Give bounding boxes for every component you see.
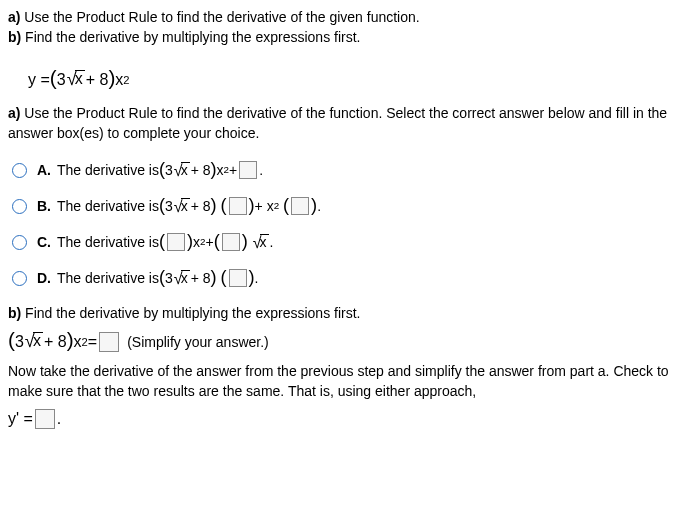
part-a-prompt: a) Use the Product Rule to find the deri… [8,104,687,143]
open-paren: ( [159,268,165,286]
choice-c: C. The derivative is ( ) x2 + ( ) √x . [12,229,687,255]
simplify-note: (Simplify your answer.) [127,334,269,350]
coef-3: 3 [15,333,24,351]
close-paren: ) [249,268,255,286]
close-paren: ) [108,68,115,89]
radicand: x [260,234,269,249]
equals: = [88,333,97,351]
coef-3: 3 [165,198,173,214]
main-equation: y = ( 3 √ x + 8 ) x2 [28,69,130,90]
intro-a-label: a) [8,9,20,25]
radicand: x [75,70,85,87]
answer-box-partb[interactable] [99,332,119,352]
sqrt-x: √x [174,162,190,178]
coef-3: 3 [57,71,66,89]
radio-c[interactable] [12,235,27,250]
choice-d-letter: D. [37,270,51,286]
plus-8: + 8 [191,270,211,286]
plus: + [206,234,214,250]
choice-a-letter: A. [37,162,51,178]
sqrt-x: √x [174,198,190,214]
part-b-prompt: b) Find the derivative by multiplying th… [8,305,687,321]
open-paren: ( [214,232,220,250]
intro-line-b: b) Find the derivative by multiplying th… [8,28,687,48]
final-instruction: Now take the derivative of the answer fr… [8,362,687,401]
sqrt-x: √x [253,234,269,250]
choice-c-math: The derivative is ( ) x2 + ( ) √x . [57,233,273,251]
sqrt-x: √ x [67,70,85,88]
close-paren: ) [187,232,193,250]
final-equation: y' = . [8,409,687,429]
x-var: x [74,333,82,351]
intro-b-label: b) [8,29,21,45]
choice-d-math: The derivative is ( 3 √x + 8 ) ( ) . [57,269,258,287]
answer-box-c1[interactable] [167,233,185,251]
close-paren: ) [211,160,217,178]
open-paren: ( [283,196,289,214]
open-paren: ( [8,330,15,351]
radicand: x [181,198,190,213]
choice-group: A. The derivative is ( 3 √x + 8 ) x2 + .… [12,157,687,291]
open-paren: ( [159,160,165,178]
choice-a-lead: The derivative is [57,162,159,178]
x-var: x [115,71,123,89]
answer-box-c2[interactable] [222,233,240,251]
radicand: x [181,270,190,285]
close-paren: ) [211,268,217,286]
choice-c-lead: The derivative is [57,234,159,250]
part-a-text: Use the Product Rule to find the derivat… [8,105,667,141]
choice-a-math: The derivative is ( 3 √x + 8 ) x2 + . [57,161,263,179]
coef-3: 3 [165,270,173,286]
choice-a: A. The derivative is ( 3 √x + 8 ) x2 + . [12,157,687,183]
close-paren: ) [242,232,248,250]
answer-box-final[interactable] [35,409,55,429]
radio-a[interactable] [12,163,27,178]
period: . [57,410,61,428]
radio-b[interactable] [12,199,27,214]
choice-c-letter: C. [37,234,51,250]
plus-8: + 8 [191,198,211,214]
answer-box-d1[interactable] [229,269,247,287]
close-paren: ) [67,330,74,351]
plus-8: + 8 [86,71,109,89]
period: . [270,234,274,250]
answer-box-b2[interactable] [291,197,309,215]
sqrt-x: √x [174,270,190,286]
radicand: x [181,162,190,177]
part-b-text: Find the derivative by multiplying the e… [21,305,360,321]
radicand: x [33,332,43,349]
choice-d: D. The derivative is ( 3 √x + 8 ) ( ) . [12,265,687,291]
open-paren: ( [159,196,165,214]
answer-box-b1[interactable] [229,197,247,215]
choice-b: B. The derivative is ( 3 √x + 8 ) ( ) + … [12,193,687,219]
part-b-label: b) [8,305,21,321]
plus: + [229,162,237,178]
intro-line-a: a) Use the Product Rule to find the deri… [8,8,687,28]
coef-3: 3 [165,162,173,178]
choice-b-letter: B. [37,198,51,214]
part-b-equation: ( 3 √x + 8 ) x2 = (Simplify your answer.… [8,331,687,352]
choice-d-lead: The derivative is [57,270,159,286]
intro-a-text: Use the Product Rule to find the derivat… [20,9,419,25]
period: . [259,162,263,178]
radio-d[interactable] [12,271,27,286]
sqrt-x: √x [25,332,43,350]
eq-lhs: y = [28,71,50,89]
period: . [255,270,259,286]
intro-block: a) Use the Product Rule to find the deri… [8,8,687,47]
close-paren: ) [211,196,217,214]
close-paren: ) [311,196,317,214]
choice-b-math: The derivative is ( 3 √x + 8 ) ( ) + x2 … [57,197,321,215]
open-paren: ( [50,68,57,89]
x-var: x [217,162,224,178]
period: . [317,198,321,214]
yprime-lhs: y' = [8,410,33,428]
plus-8: + 8 [44,333,67,351]
x-var: x [193,234,200,250]
choice-b-lead: The derivative is [57,198,159,214]
plus-xsq: + x [255,198,274,214]
part-a-label: a) [8,105,20,121]
answer-box-a1[interactable] [239,161,257,179]
intro-b-text: Find the derivative by multiplying the e… [21,29,360,45]
open-paren: ( [220,268,226,286]
